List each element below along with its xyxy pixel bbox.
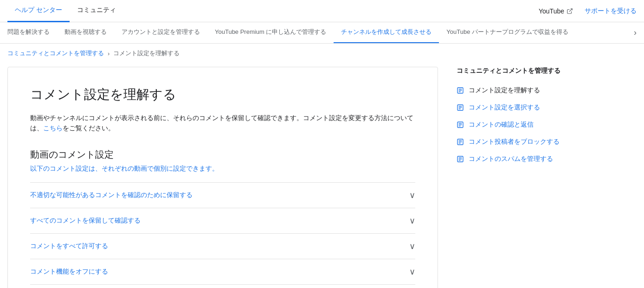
sidebar-title: コミュニティとコメントを管理する [457, 63, 564, 75]
support-link[interactable]: サポートを受ける [585, 7, 637, 15]
breadcrumb: コミュニティとコメントを管理する › コメント設定を理解する [7, 44, 637, 63]
article-title: コメント設定を理解する [30, 86, 415, 103]
content-area: コメント設定を理解する 動画やチャンネルにコメントが表示される前に、それらのコメ… [0, 63, 445, 288]
top-nav-right: YouTube サポートを受ける [539, 7, 637, 15]
doc-icon-3 [457, 138, 464, 147]
chevron-down-icon-2: ∨ [409, 241, 415, 251]
sidebar-item-4[interactable]: コメントのスパムを管理する [457, 151, 564, 168]
sidebar-item-label-4: コメントのスパムを管理する [469, 155, 553, 163]
sidebar: コミュニティとコメントを管理する コメント設定を理解する [445, 63, 575, 288]
svg-line-0 [569, 8, 572, 11]
cat-nav-item-premium[interactable]: YouTube Premium に申し込んで管理する [207, 22, 334, 44]
accordion-item-1[interactable]: すべてのコメントを保留して確認する ∨ [30, 208, 415, 233]
chevron-down-icon-1: ∨ [409, 216, 415, 226]
sidebar-item-label-2: コメントの確認と返信 [469, 121, 534, 129]
external-link-icon [566, 7, 573, 15]
sidebar-item-label-1: コメント設定を選択する [469, 103, 540, 112]
top-nav-tabs: ヘルプ センター コミュニティ [7, 0, 123, 22]
cat-nav-item-account[interactable]: アカウントと設定を管理する [114, 22, 207, 44]
sidebar-item-3[interactable]: コメント投稿者をブロックする [457, 134, 564, 151]
article-box: コメント設定を理解する 動画やチャンネルにコメントが表示される前に、それらのコメ… [7, 67, 438, 288]
cat-nav-item-troubleshoot[interactable]: 問題を解決する [0, 22, 57, 44]
sidebar-item-1[interactable]: コメント設定を選択する [457, 100, 564, 117]
category-nav: 問題を解決する 動画を視聴する アカウントと設定を管理する YouTube Pr… [0, 22, 644, 44]
chevron-down-icon-3: ∨ [409, 267, 415, 277]
sidebar-item-0[interactable]: コメント設定を理解する [457, 83, 564, 100]
section-desc: 以下のコメント設定は、それぞれの動画で個別に設定できます。 [30, 165, 415, 173]
accordion-item-2[interactable]: コメントをすべて許可する ∨ [30, 233, 415, 259]
article-description: 動画やチャンネルにコメントが表示される前に、それらのコメントを保留して確認できま… [30, 113, 415, 134]
chevron-down-icon-0: ∨ [409, 190, 415, 200]
main-layout: コメント設定を理解する 動画やチャンネルにコメントが表示される前に、それらのコメ… [0, 63, 644, 288]
article-link[interactable]: こちら [43, 124, 63, 132]
sidebar-item-label-3: コメント投稿者をブロックする [469, 138, 560, 146]
accordion-item-0[interactable]: 不適切な可能性があるコメントを確認のために保留する ∨ [30, 182, 415, 208]
section-title: 動画のコメント設定 [30, 148, 415, 161]
tab-help-center[interactable]: ヘルプ センター [7, 0, 70, 22]
doc-icon-0 [457, 87, 464, 96]
cat-nav-more-button[interactable]: › [626, 22, 644, 43]
cat-nav-item-watch[interactable]: 動画を視聴する [57, 22, 114, 44]
doc-icon-1 [457, 104, 464, 113]
tab-community[interactable]: コミュニティ [70, 0, 123, 22]
doc-icon-2 [457, 121, 464, 130]
doc-icon-4 [457, 155, 464, 165]
top-nav: ヘルプ センター コミュニティ YouTube サポートを受ける [0, 0, 644, 22]
accordion: 不適切な可能性があるコメントを確認のために保留する ∨ すべてのコメントを保留し… [30, 182, 415, 285]
breadcrumb-current: コメント設定を理解する [113, 49, 180, 58]
cat-nav-item-partner[interactable]: YouTube パートナープログラムで収益を得る [439, 22, 576, 44]
youtube-link[interactable]: YouTube [539, 7, 573, 15]
sidebar-item-label-0: コメント設定を理解する [469, 86, 540, 95]
breadcrumb-parent[interactable]: コミュニティとコメントを管理する [7, 49, 104, 58]
sidebar-item-2[interactable]: コメントの確認と返信 [457, 117, 564, 134]
accordion-item-3[interactable]: コメント機能をオフにする ∨ [30, 259, 415, 285]
breadcrumb-separator: › [108, 50, 109, 57]
cat-nav-item-channel[interactable]: チャンネルを作成して成長させる [334, 22, 439, 44]
